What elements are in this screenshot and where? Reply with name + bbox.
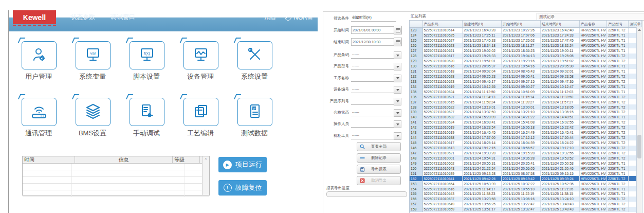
status-badge: NORM: [285, 14, 312, 21]
tab-debug-window[interactable]: 调试窗口: [104, 10, 141, 24]
table-row[interactable]: 15852250721110106592021/11/25 13:51:1720…: [410, 207, 642, 212]
table-row[interactable]: 13352250721110106232021/11/24 09:46:1720…: [410, 79, 642, 84]
table-row[interactable]: 13152250721110106182021/11/24 09:02:0420…: [410, 69, 642, 74]
module-card-doc-w[interactable]: W: [237, 98, 272, 126]
table-row[interactable]: 13452250721110106192021/11/24 10:12:5520…: [410, 84, 642, 89]
table-row[interactable]: 15652250721110106372021/11/25 13:23:5820…: [410, 197, 642, 202]
chevron-down-icon[interactable]: [394, 51, 401, 59]
results-col-header[interactable]: 产品型号: [607, 21, 629, 27]
table-row[interactable]: 15352250721110106542021/11/25 10:53:3920…: [410, 181, 642, 186]
table-row[interactable]: 15752250721110106492021/11/25 13:56:2520…: [410, 202, 642, 207]
results-col-header[interactable]: 开始时间(H): [502, 21, 541, 27]
table-row[interactable]: 12952250721110106202021/11/23 19:51:0120…: [410, 59, 642, 64]
filter-combo[interactable]: ------: [351, 62, 401, 70]
chevron-down-icon[interactable]: [394, 75, 401, 82]
table-cell: 225KTL T1: [607, 89, 629, 94]
table-cell: 2021/11/24 13:18:05: [541, 104, 580, 110]
filter-condition-value[interactable]: 创建时间(H): [351, 14, 396, 22]
fault-reset-button[interactable]: ! 故障复位: [218, 180, 267, 196]
module-card-docs[interactable]: [183, 98, 218, 126]
chevron-down-icon[interactable]: [394, 109, 401, 117]
search-button[interactable]: 查看全部: [357, 142, 401, 151]
chevron-down-icon[interactable]: [394, 86, 401, 94]
table-row[interactable]: 14452250721110106382021/11/24 17:37:0020…: [410, 135, 642, 140]
table-row[interactable]: 12352250721110106142021/11/23 16:43:2820…: [410, 28, 642, 33]
filter-combo[interactable]: [351, 74, 401, 82]
table-row[interactable]: 13752250721110106152021/11/24 11:58:2420…: [410, 99, 642, 104]
results-scroll-up-icon[interactable]: [637, 27, 642, 32]
results-scrollbar[interactable]: [636, 27, 642, 213]
project-run-button[interactable]: ▶ 项目运行: [218, 157, 267, 172]
table-row[interactable]: 12452250721110106252021/11/23 17:25:1120…: [410, 33, 642, 38]
module-card-monitor-var[interactable]: var: [76, 41, 111, 69]
module-card-layers[interactable]: [76, 98, 111, 126]
module-card-monitor-fx[interactable]: f(x): [130, 41, 164, 69]
start-time-calendar-icon[interactable]: [394, 26, 402, 34]
tab-status-params[interactable]: 状态参数: [64, 10, 101, 24]
table-row[interactable]: 13052250721110106162021/11/23 20:05:3720…: [410, 64, 642, 69]
log-scroll-up-icon[interactable]: ^: [203, 156, 209, 163]
module-card-monitor-wave[interactable]: [183, 41, 218, 69]
table-row[interactable]: 12852250721110106172021/11/23 19:26:3320…: [410, 54, 642, 59]
table-row[interactable]: 12552250721110106272021/11/23 17:45:3320…: [410, 38, 642, 43]
cancel-button[interactable]: 取消导出: [357, 176, 401, 185]
module-card-user-gear[interactable]: [22, 41, 57, 69]
results-col-header[interactable]: 结束时间(H): [541, 21, 580, 27]
table-row[interactable]: 14352250721110106192021/11/24 16:45:4520…: [410, 130, 642, 135]
table-cell: 2021/11/25 13:32:47: [502, 207, 541, 212]
log-scrollbar[interactable]: ^: [202, 156, 209, 195]
chevron-down-icon[interactable]: [394, 63, 401, 70]
results-scroll-thumb[interactable]: [637, 135, 641, 158]
results-col-header[interactable]: 产品条码: [423, 21, 463, 27]
table-row-selected[interactable]: 15252250721110106412021/11/25 09:42:2620…: [410, 176, 642, 181]
filter-combo[interactable]: ------: [351, 85, 401, 93]
module-card-tools[interactable]: [237, 41, 272, 69]
table-cell: 2021/11/24 11:12:50: [463, 89, 502, 94]
start-time-input[interactable]: 2021/01/01 00:00: [351, 26, 395, 34]
minus-button[interactable]: 删除记录: [357, 153, 401, 163]
table-row[interactable]: 13552250721110106242021/11/24 11:12:5020…: [410, 89, 642, 94]
records-tab[interactable]: 测试记录: [537, 13, 644, 21]
results-col-header[interactable]: 创建时间(H): [463, 21, 502, 27]
export-button[interactable]: 导出报表: [357, 165, 401, 174]
filter-combo[interactable]: [351, 120, 401, 128]
end-time-input[interactable]: 2021/12/30 10:30: [351, 38, 395, 46]
brand-tab[interactable]: Kewell: [13, 10, 56, 24]
mute-button[interactable]: 消音: [264, 13, 277, 22]
table-row[interactable]: 14852250721110100012021/11/24 19:54:3120…: [410, 155, 642, 161]
filter-combo[interactable]: [351, 97, 401, 105]
chevron-down-icon[interactable]: [394, 132, 401, 140]
filter-combo[interactable]: ------: [351, 109, 401, 116]
results-col-header[interactable]: 产品名称: [580, 21, 607, 27]
table-row[interactable]: 13952250721110106272021/11/24 13:37:5020…: [410, 110, 642, 115]
filter-combo[interactable]: ------: [351, 51, 401, 59]
table-row[interactable]: 14052250721110106322021/11/24 15:28:0920…: [410, 115, 642, 120]
table-row[interactable]: 13652250721110106212021/11/24 11:34:1320…: [410, 94, 642, 99]
row-number-cell: 149: [410, 161, 423, 166]
table-row[interactable]: 14652250721110106132021/11/24 19:12:1520…: [410, 146, 642, 151]
chevron-down-icon[interactable]: [394, 120, 401, 128]
table-row[interactable]: 12652250721110106232021/11/23 18:34:1820…: [410, 43, 642, 48]
results-col-header[interactable]: 测试单号: [629, 21, 642, 27]
row-number-cell: 132: [410, 74, 423, 79]
table-row[interactable]: 14552250721110106172021/11/24 18:25:1420…: [410, 140, 642, 146]
results-col-header[interactable]: [410, 21, 423, 27]
table-row[interactable]: 15052250721110106432021/11/24 21:22:5420…: [410, 166, 642, 171]
table-row[interactable]: 15552250721110106432021/11/25 11:38:2320…: [410, 191, 642, 197]
end-time-calendar-icon[interactable]: [394, 38, 402, 46]
table-row[interactable]: 14752250721110106212021/11/24 19:33:2820…: [410, 151, 642, 156]
table-row[interactable]: 15152250721110106392021/11/25 09:13:2820…: [410, 171, 642, 176]
filter-combo[interactable]: ------: [351, 132, 401, 139]
table-row[interactable]: 14152250721110106242021/11/24 16:03:4120…: [410, 120, 642, 125]
chevron-down-icon[interactable]: [394, 98, 401, 105]
table-row[interactable]: 14952250721110106022021/11/24 20:55:3120…: [410, 161, 642, 166]
module-card-doc-hand[interactable]: [130, 98, 164, 126]
table-row[interactable]: 14252250721110106192021/11/24 16:23:5420…: [410, 125, 642, 130]
table-row[interactable]: 12752250721110106212021/11/23 19:02:0220…: [410, 48, 642, 54]
table-row[interactable]: 13852250721110106222021/11/24 13:19:0120…: [410, 104, 642, 110]
table-row[interactable]: 15452250721110106162021/11/25 11:14:1720…: [410, 186, 642, 191]
table-row[interactable]: 13252250721110106282021/11/24 09:25:2320…: [410, 74, 642, 79]
module-card-wifi-router[interactable]: [22, 98, 57, 126]
filter-condition-label: 筛选条件: [325, 16, 349, 21]
table-cell: 2021/11/24 14:21:22: [502, 115, 541, 120]
